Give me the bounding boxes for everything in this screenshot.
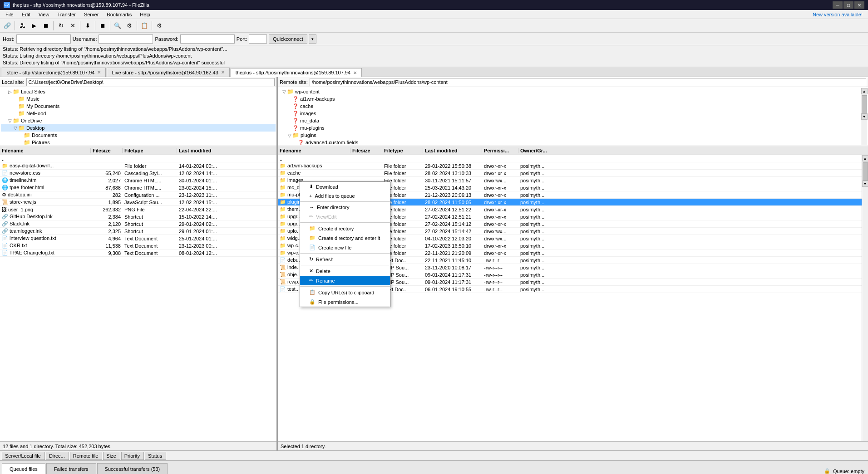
remote-scroll-down[interactable]: ▼ — [862, 181, 868, 187]
tree-images[interactable]: ❓ images — [279, 110, 861, 117]
tree-music[interactable]: 📁 Music — [1, 95, 276, 103]
remote-tree[interactable]: ▽ 📁 wp-content ❓ ai1wm-backups ❓ cache — [278, 87, 868, 146]
tq-col-remote-file[interactable]: Remote file — [70, 452, 103, 460]
host-input[interactable] — [16, 34, 71, 44]
tab-queued-files[interactable]: Queued files — [2, 463, 45, 474]
tree-advanced-cf[interactable]: ❓ advanced-custom-fields — [279, 139, 861, 145]
remote-col-owner[interactable]: Owner/Gr... — [518, 148, 868, 153]
tab-theplus[interactable]: theplus - sftp://posimythinnovations@159… — [231, 68, 362, 77]
local-tree[interactable]: ▷ 📁 Local Sites 📁 Music 📁 My Documents 📁 — [0, 87, 276, 146]
remote-file-scrollbar[interactable]: ▲ ▼ — [862, 155, 868, 441]
tree-pictures[interactable]: 📁 Pictures — [1, 139, 276, 146]
file-row-timeline[interactable]: 🌐 timeline.html 2,027 Chrome HTML... 30-… — [0, 177, 276, 184]
file-row-easy-digital[interactable]: 📁 easy-digital-downl... File folder 14-0… — [0, 162, 276, 170]
ctx-enter-directory[interactable]: → Enter directory — [300, 203, 390, 212]
settings-button[interactable]: ⚙ — [154, 20, 165, 31]
ctx-rename[interactable]: ✏ Rename — [300, 276, 390, 285]
menu-transfer[interactable]: Transfer — [54, 11, 79, 18]
tab-theplus-close[interactable]: ✕ — [353, 70, 357, 75]
ctx-create-new-file[interactable]: 📄 Create new file — [300, 243, 390, 252]
menu-server[interactable]: Server — [80, 11, 102, 18]
tq-col-priority[interactable]: Priority — [121, 452, 144, 460]
tree-plugins[interactable]: ▽ 📁 plugins — [279, 132, 861, 139]
password-input[interactable] — [180, 34, 235, 44]
tree-nethood[interactable]: 📁 NetHood — [1, 110, 276, 117]
quickconnect-button[interactable]: Quickconnect — [269, 34, 307, 44]
ctx-copy-url[interactable]: 📋 Copy URL(s) to clipboard — [300, 288, 390, 297]
tree-mydocuments[interactable]: 📁 My Documents — [1, 103, 276, 110]
port-input[interactable] — [249, 34, 267, 44]
tq-col-size[interactable]: Size — [103, 452, 120, 460]
refresh-button[interactable]: ↻ — [55, 20, 66, 31]
remote-scroll-up[interactable]: ▲ — [862, 155, 868, 161]
file-row-user-png[interactable]: 🖼 user_1.png 262,332 PNG File 22-04-2024… — [0, 206, 276, 213]
file-row-github-lnk[interactable]: 🔗 GitHub Desktop.lnk 2,384 Shortcut 15-1… — [0, 213, 276, 220]
site-manager-button[interactable]: 🖧 — [17, 20, 28, 31]
file-row-teamlogger-lnk[interactable]: 🔗 teamlogger.lnk 2,325 Shortcut 29-01-20… — [0, 228, 276, 235]
log-toggle-button[interactable]: 📋 — [139, 20, 150, 31]
col-filename[interactable]: Filename — [0, 148, 91, 153]
file-row-interview[interactable]: 📄 interview question.txt 4,964 Text Docu… — [0, 235, 276, 242]
tab-store-close[interactable]: ✕ — [97, 70, 101, 75]
menu-view[interactable]: View — [35, 11, 53, 18]
ctx-create-directory[interactable]: 📁 Create directory — [300, 224, 390, 233]
username-input[interactable] — [99, 34, 153, 44]
col-filetype[interactable]: Filetype — [123, 148, 177, 153]
remote-col-filesize[interactable]: Filesize — [350, 148, 382, 153]
remote-row-cache[interactable]: 📁 cache File folder 28-02-2024 13:10:33 … — [278, 170, 862, 177]
process-queue-button[interactable]: ⬇ — [82, 20, 93, 31]
file-row-parent[interactable]: .. — [0, 155, 276, 162]
ctx-add-to-queue[interactable]: + Add files to queue — [300, 191, 390, 200]
remote-row-parent[interactable]: .. — [278, 155, 862, 162]
tree-wp-content[interactable]: ▽ 📁 wp-content — [279, 88, 861, 95]
scroll-thumb[interactable] — [862, 95, 867, 113]
tree-mu-plugins[interactable]: ❓ mu-plugins — [279, 124, 861, 132]
abort-button[interactable]: ✕ — [67, 20, 78, 31]
minimize-button[interactable]: ─ — [833, 1, 843, 9]
col-lastmodified[interactable]: Last modified — [177, 148, 236, 153]
stop-button[interactable]: ⏹ — [97, 20, 108, 31]
tab-livestore-close[interactable]: ✕ — [221, 70, 225, 75]
tab-failed-transfers[interactable]: Failed transfers — [46, 463, 96, 474]
tq-col-status[interactable]: Status — [145, 452, 166, 460]
connect-button[interactable]: ▶ — [29, 20, 39, 31]
tree-ai1wm[interactable]: ❓ ai1wm-backups — [279, 95, 861, 103]
tree-documents[interactable]: 📁 Documents — [1, 132, 276, 139]
new-connection-button[interactable]: 🔗 — [2, 20, 13, 31]
col-filesize[interactable]: Filesize — [91, 148, 123, 153]
remote-row-ai1wm[interactable]: 📁 ai1wm-backups File folder 29-01-2022 1… — [278, 162, 862, 170]
ctx-delete[interactable]: ✕ Delete — [300, 266, 390, 276]
scroll-down[interactable]: ▼ — [861, 113, 868, 120]
menu-bookmarks[interactable]: Bookmarks — [103, 11, 135, 18]
tq-col-server-local[interactable]: Server/Local file — [2, 452, 45, 460]
tree-desktop[interactable]: ▽ 📁 Desktop — [1, 124, 276, 132]
search-button[interactable]: 🔍 — [112, 20, 123, 31]
remote-scroll-thumb[interactable] — [863, 162, 868, 181]
ctx-refresh[interactable]: ↻ Refresh — [300, 254, 390, 264]
remote-col-filename[interactable]: Filename — [278, 148, 350, 153]
disconnect-button[interactable]: ⏹ — [40, 20, 51, 31]
tree-mc-data[interactable]: ❓ mc_data — [279, 117, 861, 124]
tq-col-direction[interactable]: Direc... — [46, 452, 69, 460]
file-row-tpae-changelog[interactable]: 📄 TPAE Changelog.txt 9,308 Text Document… — [0, 249, 276, 257]
scroll-up[interactable]: ▲ — [861, 88, 868, 94]
menu-edit[interactable]: Edit — [18, 11, 34, 18]
tab-livestore[interactable]: Live store - sftp://posimythstore@164.90… — [107, 68, 229, 77]
remote-site-path[interactable] — [310, 78, 866, 86]
remote-col-lastmod[interactable]: Last modified — [423, 148, 482, 153]
remote-col-filetype[interactable]: Filetype — [382, 148, 423, 153]
tree-onedrive[interactable]: ▽ 📁 OneDrive — [1, 117, 276, 124]
remote-tree-scrollbar[interactable]: ▲ ▼ — [861, 88, 867, 145]
menu-file[interactable]: File — [2, 11, 17, 18]
tree-local-sites[interactable]: ▷ 📁 Local Sites — [1, 88, 276, 95]
file-row-slack-lnk[interactable]: 🔗 Slack.lnk 2,120 Shortcut 29-01-2024 02… — [0, 220, 276, 228]
file-row-store-new-js[interactable]: 📜 store-new.js 1,895 JavaScript Sou... 1… — [0, 199, 276, 206]
quickconnect-dropdown[interactable]: ▾ — [309, 34, 316, 44]
new-version-notice[interactable]: New version available! — [809, 11, 866, 18]
tab-store[interactable]: store - sftp://storeclone@159.89.107.94 … — [2, 68, 106, 77]
file-row-desktop-ini[interactable]: ⚙ desktop.ini 282 Configuration ... 23-1… — [0, 191, 276, 199]
remote-col-perms[interactable]: Permissi... — [482, 148, 518, 153]
file-row-tpae-footer[interactable]: 🌐 tpae-footer.html 87,688 Chrome HTML...… — [0, 184, 276, 191]
close-button[interactable]: ✕ — [854, 1, 864, 9]
menu-help[interactable]: Help — [136, 11, 154, 18]
